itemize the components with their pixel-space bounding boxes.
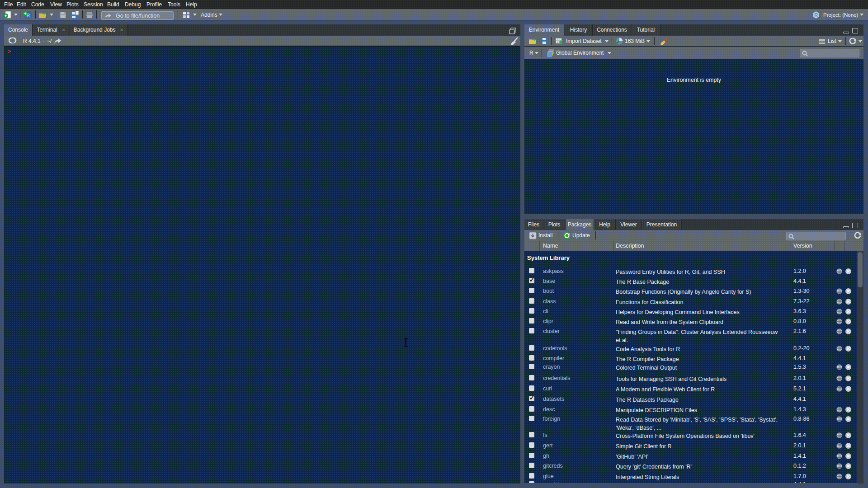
- svg-text:R: R: [815, 13, 818, 18]
- svg-text:R: R: [11, 39, 15, 45]
